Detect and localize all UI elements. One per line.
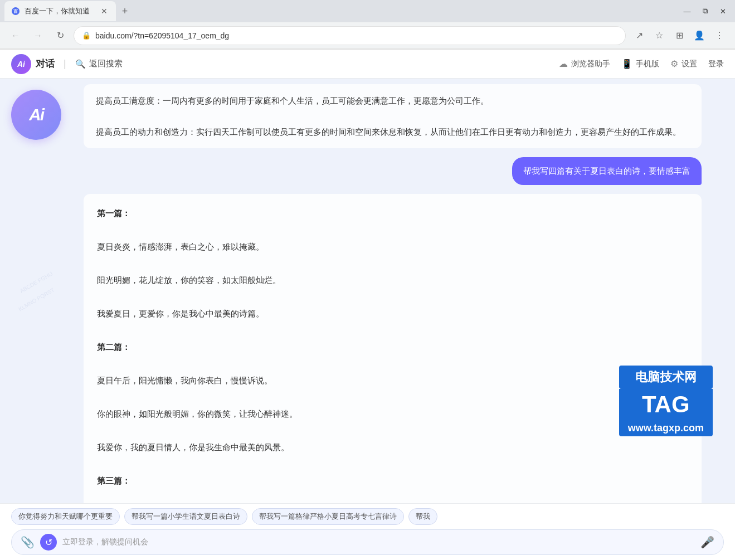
user-message-text: 帮我写四篇有关于夏日表白的诗，要情感丰富 [523,166,690,176]
search-icon: 🔍 [75,59,86,69]
left-sidebar: ABCDE FGHIJ KLMNO PQRST Ai [0,79,72,503]
url-text: baidu.com/?tn=62095104_17_oem_dg [95,31,617,40]
user-message-container: 帮我写四篇有关于夏日表白的诗，要情感丰富 [84,157,702,185]
suggestion-4[interactable]: 帮我 [408,508,437,525]
poem1-line3: 我爱夏日，更爱你，你是我心中最美的诗篇。 [97,305,688,322]
refresh-button[interactable]: ↻ [51,27,69,45]
share-icon[interactable]: ↗ [630,27,648,45]
ai-logo-icon: Ai [11,54,31,74]
poem2-line1: 夏日午后，阳光慵懒，我向你表白，慢慢诉说。 [97,372,688,389]
login-button[interactable]: 登录 [708,59,724,69]
nav-separator: | [64,58,66,70]
top-nav: Ai 对话 | 🔍 返回搜索 ☁ 浏览器助手 📱 手机版 ⚙ 设置 登录 [0,50,735,79]
tab-title: 百度一下，你就知道 [25,6,95,16]
tab-bar: 百 百度一下，你就知道 ✕ + — ⧉ ✕ [0,0,735,22]
window-controls: — ⧉ ✕ [679,3,731,19]
account-icon[interactable]: 👤 [690,27,708,45]
poem1-title: 第一篇： [97,205,688,222]
poem3-title: 第三篇： [97,473,688,489]
poem2-title: 第二篇： [97,339,688,356]
input-row: 📎 ↺ 立即登录，解锁提问机会 🎤 [11,529,724,555]
poem2-line3: 我爱你，我的夏日情人，你是我生命中最美的风景。 [97,439,688,456]
active-tab[interactable]: 百 百度一下，你就知道 ✕ [4,1,116,21]
lock-icon: 🔒 [82,31,91,40]
back-button[interactable]: ← [7,27,25,45]
new-tab-button[interactable]: + [116,2,134,20]
attachment-icon[interactable]: 📎 [21,535,35,549]
tab-close-button[interactable]: ✕ [99,6,109,16]
cloud-icon: ☁ [559,59,568,69]
mobile-icon: 📱 [621,59,632,69]
microphone-icon[interactable]: 🎤 [700,535,714,549]
nav-actions: ☁ 浏览器助手 📱 手机版 ⚙ 设置 登录 [559,59,724,69]
split-view-icon[interactable]: ⊞ [670,27,688,45]
toolbar-icons: ↗ ☆ ⊞ 👤 ⋮ [630,27,728,45]
restore-button[interactable]: ⧉ [697,3,713,19]
poem2-line2: 你的眼神，如阳光般明媚，你的微笑，让我心醉神迷。 [97,406,688,422]
mobile-version-button[interactable]: 📱 手机版 [621,59,659,69]
address-bar: ← → ↻ 🔒 baidu.com/?tn=62095104_17_oem_dg… [0,22,735,49]
ai-avatar: Ai [11,90,61,140]
forward-button[interactable]: → [29,27,47,45]
nav-logo: Ai 对话 [11,54,55,74]
minimize-button[interactable]: — [679,3,695,19]
input-placeholder-text: 立即登录，解锁提问机会 [62,537,695,547]
suggestion-1[interactable]: 你觉得努力和天赋哪个更重要 [11,508,120,525]
settings-icon: ⚙ [670,59,678,69]
prev-line1: 提高员工满意度：一周内有更多的时间用于家庭和个人生活，员工可能会更满意工作，更愿… [96,93,689,109]
settings-button[interactable]: ⚙ 设置 [670,59,697,69]
previous-context: 提高员工满意度：一周内有更多的时间用于家庭和个人生活，员工可能会更满意工作，更愿… [84,84,702,148]
bookmark-icon[interactable]: ☆ [650,27,668,45]
poem1-line1: 夏日炎炎，情感澎湃，表白之心，难以掩藏。 [97,238,688,255]
svg-text:百: 百 [13,9,18,14]
address-input[interactable]: 🔒 baidu.com/?tn=62095104_17_oem_dg [74,26,626,45]
refresh-chat-icon[interactable]: ↺ [40,534,57,551]
suggestion-2[interactable]: 帮我写一篇小学生语文夏日表白诗 [124,508,247,525]
ai-response: 第一篇： 夏日炎炎，情感澎湃，表白之心，难以掩藏。 阳光明媚，花儿绽放，你的笑容… [84,194,702,503]
suggestion-3[interactable]: 帮我写一篇格律严格小夏日高考专七言律诗 [252,508,404,525]
menu-icon[interactable]: ⋮ [710,27,728,45]
prev-line2: 提高员工的动力和创造力：实行四天工作制可以使员工有更多的时间和空间来休息和恢复，… [96,124,689,140]
poem1-line2: 阳光明媚，花儿绽放，你的笑容，如太阳般灿烂。 [97,272,688,289]
close-button[interactable]: ✕ [715,3,731,19]
suggestions-row: 你觉得努力和天赋哪个更重要 帮我写一篇小学生语文夏日表白诗 帮我写一篇格律严格小… [11,508,724,525]
content-area: 提高员工满意度：一周内有更多的时间用于家庭和个人生活，员工可能会更满意工作，更愿… [72,79,735,503]
user-bubble: 帮我写四篇有关于夏日表白的诗，要情感丰富 [512,157,702,185]
back-to-search-button[interactable]: 🔍 返回搜索 [75,59,123,69]
tab-favicon: 百 [11,7,20,16]
browser-helper-button[interactable]: ☁ 浏览器助手 [559,59,610,69]
ai-avatar-text: Ai [29,105,43,124]
nav-title: 对话 [36,57,55,70]
bottom-input-area: 你觉得努力和天赋哪个更重要 帮我写一篇小学生语文夏日表白诗 帮我写一篇格律严格小… [0,503,735,560]
